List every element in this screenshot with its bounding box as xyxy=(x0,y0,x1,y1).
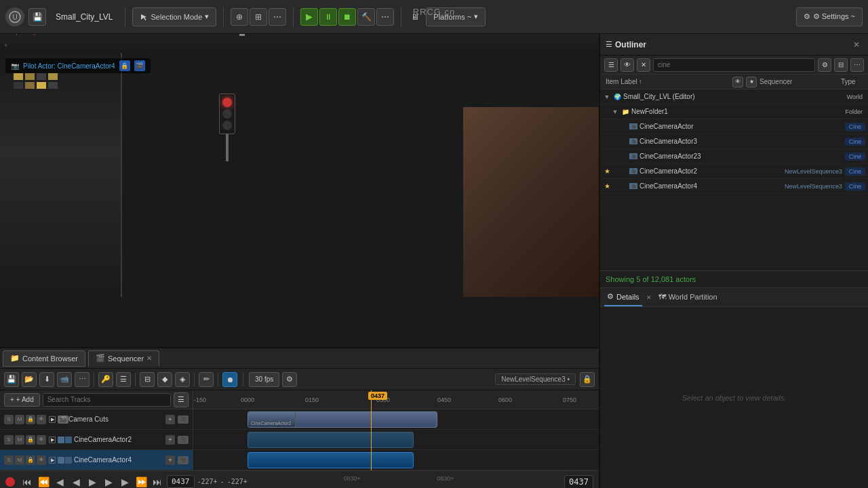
stop-button[interactable]: ⏹ xyxy=(338,8,356,26)
actor2-clip[interactable] xyxy=(248,432,414,448)
solo-icon-2[interactable]: S xyxy=(4,435,14,445)
col-sequencer-header[interactable]: Sequencer xyxy=(757,78,838,85)
seq-save-btn[interactable]: 💾 xyxy=(4,372,19,387)
add-track-btn[interactable]: + + Add xyxy=(4,393,40,407)
lock-icon-2[interactable]: 🔒 xyxy=(26,435,35,445)
solo-icon[interactable]: S xyxy=(4,415,14,424)
add-actor4-btn[interactable]: + xyxy=(165,455,175,465)
outl-more-icon[interactable]: ⋯ xyxy=(850,58,864,72)
seq-lock-btn[interactable]: 🔒 xyxy=(580,372,595,387)
camera-cut-clip[interactable]: CineCameraActor2 xyxy=(248,411,437,428)
seq-snap-btn[interactable]: ◈ xyxy=(175,372,190,387)
outl-x-btn[interactable]: ✕ xyxy=(637,58,650,72)
tree-row-cine4[interactable]: ★ 🎥 CineCameraActor4 NewLevelSequence3 C… xyxy=(600,179,868,194)
col-star-icon[interactable]: ★ xyxy=(746,77,757,87)
mute-icon-3[interactable]: M xyxy=(15,455,24,465)
move-tool-icon[interactable]: ⊕ xyxy=(231,8,248,26)
track-expander[interactable]: ▶ xyxy=(49,416,56,423)
timeline-area[interactable]: -150 0000 0150 0300 0450 0600 0750 0437 xyxy=(193,390,599,470)
tree-row-cine3[interactable]: 🎥 CineCameraActor3 Cine xyxy=(600,134,868,149)
add-actor2-btn[interactable]: + xyxy=(165,435,175,445)
track-filter-btn[interactable]: ☰ xyxy=(174,392,189,407)
col-item-label-header[interactable]: Item Label ↑ xyxy=(603,78,732,85)
cine2-expander[interactable] xyxy=(619,167,627,176)
cine-actor2-track[interactable]: S M 🔒 👁 ▶ CineCameraActor2 + 🎥 xyxy=(0,430,193,450)
outl-filter-btn[interactable]: ☰ xyxy=(604,58,618,72)
track-expander-2[interactable]: ▶ xyxy=(49,436,56,443)
seq-record-btn[interactable]: ⏺ xyxy=(222,372,237,387)
seq-keymode-btn[interactable]: ◆ xyxy=(157,372,172,387)
seq-key-btn[interactable]: 🔑 xyxy=(98,372,113,387)
world-partition-tab[interactable]: 🗺 World Partition xyxy=(656,289,720,306)
col-type-header[interactable]: Type xyxy=(838,78,865,85)
selection-mode-button[interactable]: Selection Mode ▾ xyxy=(132,7,216,26)
play-button[interactable]: ▶ xyxy=(300,8,318,26)
sequencer-tab[interactable]: 🎬 Sequencer ✕ xyxy=(88,350,159,367)
app-logo[interactable]: U xyxy=(5,7,24,26)
seq-more-btn[interactable]: ⋯ xyxy=(75,372,90,387)
pb-play-back[interactable]: ◀ xyxy=(69,475,83,489)
seq-import-btn[interactable]: ⬇ xyxy=(39,372,54,387)
grid-icon[interactable]: ⊞ xyxy=(250,8,267,26)
tree-row-folder[interactable]: ▼ 📁 NewFolder1 Folder xyxy=(600,104,868,119)
cine23-expander[interactable] xyxy=(619,152,627,161)
pb-jump-back[interactable]: ◀ xyxy=(53,475,66,489)
viewport[interactable]: ☰ Perspective Lit Show Scalability: Cine… xyxy=(0,34,599,347)
seq-capture-btn[interactable]: 📹 xyxy=(57,372,72,387)
seq-settings-btn[interactable]: ⚙ xyxy=(282,372,297,387)
pause-button[interactable]: ⏸ xyxy=(319,8,337,26)
pb-jump-fwd[interactable]: ▶ xyxy=(118,475,132,489)
eye-icon-3[interactable]: 👁 xyxy=(37,455,46,465)
add-camera-cut-btn[interactable]: + xyxy=(165,415,175,424)
outl-hide-btn[interactable]: 👁 xyxy=(620,58,634,72)
camera-video-icon[interactable]: 🎬 xyxy=(134,60,145,71)
seq-folder-btn[interactable]: 📂 xyxy=(22,372,37,387)
platforms-button[interactable]: Platforms ~ ▾ xyxy=(426,7,486,26)
content-browser-tab[interactable]: 📁 Content Browser xyxy=(3,350,85,367)
more-tools-icon[interactable]: ⋯ xyxy=(269,8,286,26)
seq-filter-btn[interactable]: ☰ xyxy=(116,372,131,387)
pb-step-back[interactable]: ⏪ xyxy=(37,475,50,489)
record-indicator[interactable] xyxy=(5,477,15,487)
details-tab[interactable]: ⚙ Details xyxy=(604,289,642,306)
pb-step-fwd[interactable]: ⏩ xyxy=(134,475,148,489)
pb-to-end[interactable]: ⏭ xyxy=(151,475,164,489)
seq-view-btn[interactable]: ⊟ xyxy=(140,372,155,387)
seq-tab-close[interactable]: ✕ xyxy=(146,354,152,362)
outliner-close-btn[interactable]: ✕ xyxy=(850,39,863,51)
build-button[interactable]: 🔨 xyxy=(357,8,375,26)
play-more-icon[interactable]: ⋯ xyxy=(376,8,394,26)
tree-row-cine2[interactable]: ★ 🎥 CineCameraActor2 NewLevelSequence3 C… xyxy=(600,164,868,179)
search-tracks-input[interactable] xyxy=(43,393,171,407)
col-eye-icon[interactable]: 👁 xyxy=(732,77,743,87)
cine3-expander[interactable] xyxy=(619,138,627,146)
outl-settings-icon[interactable]: ⚙ xyxy=(818,58,831,72)
track-expander-3[interactable]: ▶ xyxy=(49,457,56,464)
details-tab-close[interactable]: ✕ xyxy=(646,294,652,301)
save-icon[interactable]: 💾 xyxy=(28,8,46,26)
settings-button[interactable]: ⚙ ⚙ Settings ~ xyxy=(796,7,863,26)
eye-icon-2[interactable]: 👁 xyxy=(37,435,46,445)
mute-icon-2[interactable]: M xyxy=(15,435,24,445)
camera-cuts-track[interactable]: S M 🔒 👁 ▶ 🎬 Camera Cuts + 🎥 xyxy=(0,409,193,430)
tree-row-cine1[interactable]: 🎥 CineCameraActor Cine xyxy=(600,119,868,134)
pb-to-start[interactable]: ⏮ xyxy=(20,475,34,489)
tree-row-cine23[interactable]: 🎥 CineCameraActor23 Cine xyxy=(600,149,868,164)
outliner-search-input[interactable] xyxy=(653,58,815,72)
world-expander[interactable]: ▼ xyxy=(603,93,611,101)
outl-view-icon[interactable]: ⊟ xyxy=(834,58,848,72)
seq-move-btn[interactable]: ✏ xyxy=(199,372,214,387)
cine-actor4-track[interactable]: S M 🔒 👁 ▶ CineCameraActor4 + 🎥 xyxy=(0,450,193,470)
cine4-expander[interactable] xyxy=(619,182,627,190)
fps-btn[interactable]: 30 fps xyxy=(249,372,279,387)
mute-icon[interactable]: M xyxy=(15,415,24,424)
folder-expander[interactable]: ▼ xyxy=(611,108,619,116)
eye-icon[interactable]: 👁 xyxy=(37,415,46,424)
actor4-clip[interactable] xyxy=(248,452,414,468)
pb-play[interactable]: ▶ xyxy=(85,475,99,489)
tree-row-world[interactable]: ▼ 🌍 Small_City_LVL (Editor) World xyxy=(600,89,868,104)
camera-lock-icon[interactable]: 🔒 xyxy=(119,60,130,71)
cine1-expander[interactable] xyxy=(619,123,627,131)
pb-play-fwd[interactable]: ▶ xyxy=(102,475,115,489)
outliner-tree[interactable]: ▼ 🌍 Small_City_LVL (Editor) World ▼ 📁 Ne… xyxy=(600,89,868,270)
